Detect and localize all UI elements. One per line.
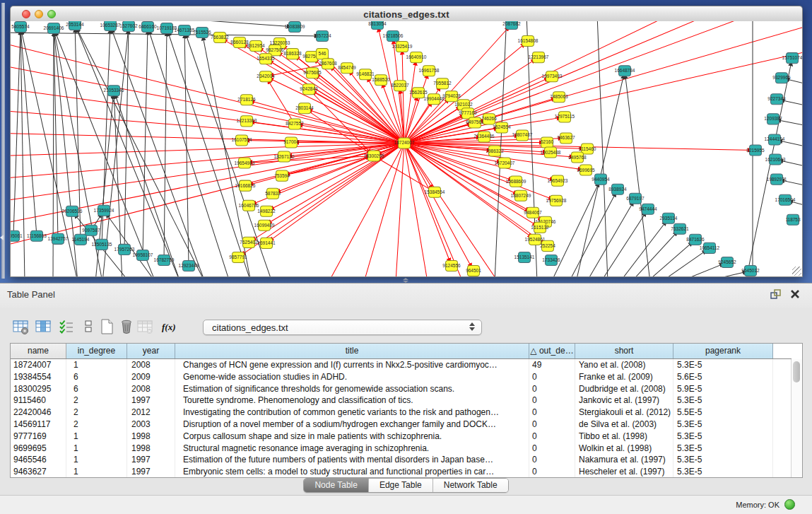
network-node[interactable]: 546 <box>317 49 329 59</box>
network-node[interactable]: 10653287 <box>100 21 121 31</box>
network-node[interactable]: 964501 <box>466 265 481 276</box>
network-node[interactable]: 9329966 <box>772 73 791 83</box>
network-node[interactable]: 1588520 <box>372 75 390 86</box>
control-panel-divider[interactable] <box>1 3 5 279</box>
table-row[interactable]: 946554611997Estimation of the future num… <box>11 454 792 466</box>
table-row[interactable]: 2242004622012Investigating the contribut… <box>11 407 792 419</box>
table-row[interactable]: 946362711997Embryonic stem cells: a mode… <box>11 466 792 477</box>
float-panel-icon[interactable] <box>770 288 782 303</box>
network-node[interactable]: 8427552 <box>286 119 304 129</box>
network-node[interactable]: 12213363 <box>237 116 257 127</box>
network-node[interactable]: 10325419 <box>392 42 413 52</box>
network-node[interactable]: 1527602 <box>119 21 138 32</box>
network-node[interactable]: 16210643 <box>765 154 786 165</box>
network-node[interactable]: 2087682 <box>502 21 521 30</box>
network-node[interactable]: 19892971 <box>767 174 787 185</box>
network-node[interactable]: 15384554 <box>425 187 445 197</box>
network-node[interactable]: 10654112 <box>700 243 720 253</box>
network-edge[interactable] <box>143 27 148 255</box>
network-edge[interactable] <box>569 189 618 276</box>
network-node[interactable]: 1395061 <box>11 230 23 241</box>
network-node[interactable]: 7515526 <box>193 28 211 38</box>
network-node[interactable]: 16099489 <box>254 220 275 230</box>
network-node[interactable]: 7986322 <box>486 146 504 156</box>
column-header-title[interactable]: title <box>175 344 529 358</box>
network-edge[interactable] <box>404 21 756 143</box>
network-node[interactable]: 19654983 <box>235 158 255 168</box>
column-header-year[interactable]: year <box>127 344 175 358</box>
table-row[interactable]: 1872400712008Changes of HCN gene express… <box>11 359 792 371</box>
network-node[interactable]: 252254 <box>540 240 555 251</box>
table-row[interactable]: 911546021997Tourette syndrome. Phenomeno… <box>11 395 792 407</box>
new-table-icon[interactable] <box>98 317 116 336</box>
column-header-in_degree[interactable]: in_degree <box>66 344 127 358</box>
network-node[interactable]: 12975115 <box>555 112 575 122</box>
network-node[interactable]: 746266 <box>481 114 497 124</box>
network-node[interactable]: 9645012 <box>741 265 760 276</box>
network-node[interactable]: 18807249 <box>511 190 531 201</box>
window-titlebar[interactable]: citations_edges.txt <box>10 6 803 23</box>
network-edge[interactable] <box>647 240 695 276</box>
network-node[interactable]: 8454749 <box>338 63 356 74</box>
network-node[interactable]: 20691406 <box>44 23 64 34</box>
network-edge[interactable] <box>11 42 404 143</box>
table-row[interactable]: 1830029562008Estimation of significance … <box>11 383 792 395</box>
network-node[interactable]: 17957263 <box>114 244 135 255</box>
network-edge[interactable] <box>631 229 680 276</box>
network-edge[interactable] <box>164 28 167 260</box>
panel-splitter-handle[interactable] <box>399 278 412 283</box>
network-node[interactable]: 11156863 <box>27 230 47 241</box>
collapse-left-icon[interactable] <box>0 235 4 240</box>
network-node[interactable]: 7857224 <box>313 31 331 42</box>
network-node[interactable]: 8186328 <box>283 49 302 59</box>
tab-network-table[interactable]: Network Table <box>433 479 508 492</box>
column-header-short[interactable]: short <box>575 344 673 358</box>
network-node[interactable]: 9474444 <box>639 204 657 214</box>
network-node[interactable]: 19654923 <box>548 175 568 186</box>
network-edge[interactable] <box>20 27 25 276</box>
network-node[interactable]: 16648784 <box>615 66 635 76</box>
network-node[interactable]: 8813054 <box>368 21 387 30</box>
network-node[interactable]: 9484067 <box>524 207 542 218</box>
select-rows-icon[interactable] <box>57 317 76 336</box>
network-node[interactable]: 17359924 <box>94 205 114 216</box>
network-node[interactable]: 10688609 <box>506 176 526 187</box>
network-node[interactable]: 19218506 <box>383 31 404 42</box>
network-node[interactable]: 16083809 <box>285 22 305 33</box>
network-node[interactable]: 587833 <box>265 188 281 199</box>
network-node[interactable]: 19756928 <box>546 195 567 206</box>
network-canvas[interactable]: 5405574206914062053144106532871527602646… <box>10 21 803 277</box>
network-node[interactable]: 9245652 <box>718 257 736 267</box>
network-node[interactable]: 7955812 <box>433 78 452 89</box>
network-node[interactable]: 62160 <box>541 137 553 148</box>
column-header-out_degree[interactable]: △ out_de… <box>529 344 575 358</box>
network-node[interactable]: 6466160 <box>139 22 157 33</box>
table-settings-icon[interactable] <box>11 317 30 336</box>
network-node[interactable]: 9699695 <box>577 165 595 175</box>
network-edge[interactable] <box>404 143 498 276</box>
delete-table-icon[interactable] <box>117 317 136 336</box>
network-edge[interactable] <box>404 143 428 276</box>
tab-node-table[interactable]: Node Table <box>304 479 369 492</box>
network-node[interactable]: 8912954 <box>247 41 265 52</box>
network-node[interactable]: 3624554 <box>493 122 511 133</box>
network-edge[interactable] <box>404 143 558 180</box>
network-node[interactable]: 1209387 <box>764 114 782 124</box>
network-node[interactable]: 1733426 <box>542 255 560 265</box>
network-edge[interactable] <box>396 143 404 276</box>
clear-table-icon[interactable] <box>136 317 154 336</box>
network-node[interactable]: 2718126 <box>237 95 256 105</box>
network-node[interactable]: 19904448 <box>424 94 445 105</box>
network-node[interactable]: 12923448 <box>179 260 199 271</box>
table-row[interactable]: 1938455462009Genome-wide association stu… <box>11 371 792 383</box>
network-node[interactable]: 7632621 <box>671 223 689 234</box>
network-node[interactable]: 16107554 <box>232 135 252 146</box>
network-node[interactable]: 8471626 <box>686 234 705 245</box>
network-node[interactable]: 16961758 <box>419 66 440 76</box>
network-node[interactable]: 6879197 <box>626 193 645 204</box>
network-edge[interactable] <box>404 51 802 143</box>
network-node[interactable]: 9097587 <box>82 225 100 235</box>
network-node[interactable]: 16640910 <box>406 52 427 63</box>
network-view-window[interactable]: citations_edges.txt 54055742069140620531… <box>10 6 803 277</box>
table-scrollbar[interactable] <box>791 359 802 477</box>
